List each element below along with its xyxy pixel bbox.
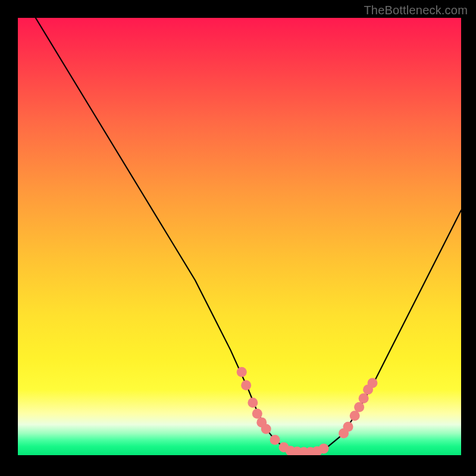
highlight-dot [270, 435, 280, 445]
highlight-dot [261, 424, 271, 434]
highlight-dot [319, 443, 329, 453]
chart-svg [18, 18, 461, 455]
highlight-dot [241, 380, 251, 390]
highlight-dot [248, 397, 258, 408]
highlight-dot [359, 393, 369, 403]
highlight-dot [237, 367, 247, 377]
highlight-dot-group [237, 367, 378, 455]
watermark-text: TheBottleneck.com [364, 4, 468, 17]
chart-stage: TheBottleneck.com [0, 0, 476, 476]
highlight-dot [350, 411, 360, 421]
highlight-dot [368, 378, 378, 388]
highlight-dot [354, 402, 364, 412]
highlight-dot [252, 409, 262, 419]
highlight-dot [343, 422, 353, 432]
plot-area [18, 18, 461, 455]
